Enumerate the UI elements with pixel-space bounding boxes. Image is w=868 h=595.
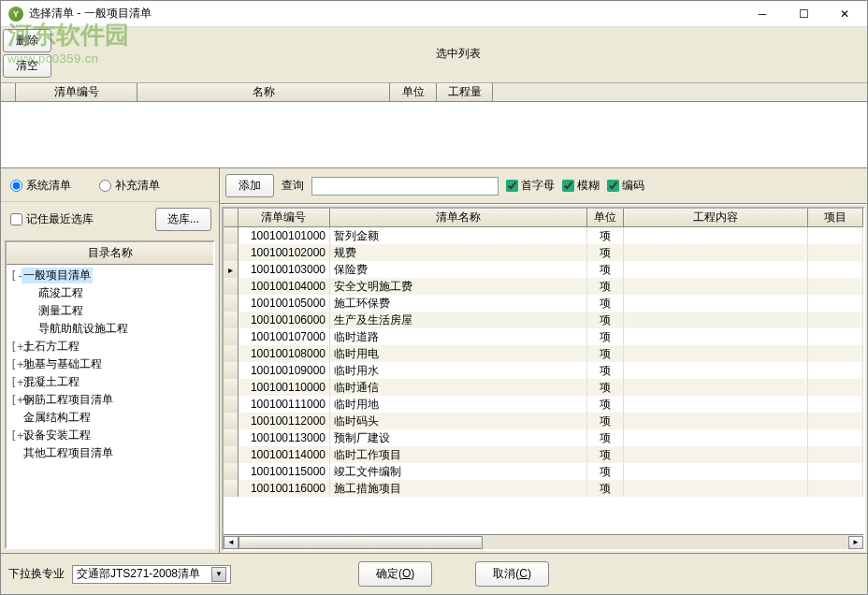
table-row[interactable]: 100100102000规费项 [224,244,863,261]
horizontal-scrollbar[interactable]: ◄ ► [224,534,863,549]
cell-proj [808,429,863,446]
col-list-unit[interactable]: 单位 [587,209,624,226]
cell-name: 暂列金额 [330,227,587,244]
select-library-button[interactable]: 选库... [155,208,211,231]
cancel-button[interactable]: 取消(C) [475,561,549,587]
minimize-button[interactable]: ─ [742,2,783,26]
dropdown-icon[interactable]: ▼ [211,567,226,582]
profession-select[interactable]: 交通部JTS271-2008清单 ▼ [72,565,231,584]
selected-list-panel: 删除 清空 选中列表 清单编号 名称 单位 工程量 [1,27,867,168]
row-indicator-icon [224,396,239,413]
cell-content [624,328,807,345]
cell-unit: 项 [587,396,624,413]
table-row[interactable]: 100100105000施工环保费项 [224,295,863,312]
table-row[interactable]: 100100115000竣工文件编制项 [224,463,863,480]
table-row[interactable]: 100100106000生产及生活房屋项 [224,312,863,328]
radio-system-list[interactable]: 系统清单 [10,178,71,194]
cell-content [624,244,807,261]
cell-unit: 项 [587,480,624,497]
table-row[interactable]: 100100116000施工措施项目项 [224,480,863,497]
add-button[interactable]: 添加 [225,174,274,197]
selected-list-title: 选中列表 [51,27,865,62]
cell-name: 临时码头 [330,413,587,429]
tree-item[interactable]: 金属结构工程 [7,409,213,427]
table-row[interactable]: 100100108000临时用电项 [224,345,863,362]
scroll-right-icon[interactable]: ► [848,536,863,549]
tree-expander-icon[interactable]: [+] [10,429,22,443]
tree-expander-icon[interactable]: [+] [10,394,22,407]
catalog-tree[interactable]: [-]一般项目清单疏浚工程测量工程导航助航设施工程[+]土石方工程[+]地基与基… [7,265,213,547]
tree-item[interactable]: 疏浚工程 [7,284,213,302]
tree-item[interactable]: 其他工程项目清单 [7,444,213,462]
tree-expander-icon[interactable]: [+] [10,358,22,371]
cell-proj [808,328,863,345]
tree-item[interactable]: [-]一般项目清单 [7,267,213,284]
row-indicator-icon [224,227,239,244]
checkbox-code[interactable]: 编码 [607,178,644,194]
cell-unit: 项 [587,429,624,446]
col-list-content[interactable]: 工程内容 [624,209,808,226]
row-indicator-icon [224,345,239,362]
cell-code: 100100109000 [239,362,330,379]
col-name[interactable]: 名称 [137,83,390,101]
table-row[interactable]: 100100109000临时用水项 [224,362,863,379]
ok-button[interactable]: 确定(O) [358,561,432,587]
tree-item[interactable]: [+]土石方工程 [7,338,213,356]
clear-button[interactable]: 清空 [3,54,51,78]
table-row[interactable]: 100100103000保险费项 [224,261,863,278]
table-row[interactable]: 100100110000临时通信项 [224,379,863,396]
table-row[interactable]: 100100101000暂列金额项 [224,227,863,244]
cell-content [624,429,807,446]
scroll-thumb[interactable] [239,536,483,549]
selected-grid-header: 清单编号 名称 单位 工程量 [1,83,867,102]
cell-proj [808,480,863,497]
col-unit[interactable]: 单位 [390,83,437,101]
tree-item[interactable]: 测量工程 [7,302,213,320]
row-indicator-icon [224,295,239,312]
radio-supplement-list[interactable]: 补充清单 [99,178,160,194]
cell-content [624,362,807,379]
profession-label: 下拉换专业 [8,566,65,582]
col-code[interactable]: 清单编号 [16,83,137,101]
table-row[interactable]: 100100113000预制厂建设项 [224,429,863,446]
row-indicator-icon [224,413,239,429]
cell-unit: 项 [587,312,624,328]
tree-expander-icon[interactable]: [+] [10,341,22,354]
checkbox-fuzzy[interactable]: 模糊 [562,178,600,194]
tree-expander-icon[interactable]: [-] [10,269,22,283]
cell-code: 100100116000 [239,480,330,497]
cell-name: 安全文明施工费 [330,278,587,295]
remember-checkbox[interactable]: 记住最近选库 [10,211,94,227]
table-row[interactable]: 100100107000临时道路项 [224,328,863,345]
checkbox-initial[interactable]: 首字母 [506,178,555,194]
table-row[interactable]: 100100111000临时用地项 [224,396,863,413]
result-grid-header: 清单编号 清单名称 单位 工程内容 项目 [224,209,863,227]
tree-item[interactable]: [+]设备安装工程 [7,427,213,444]
cell-content [624,463,807,480]
search-input[interactable] [311,177,499,196]
result-grid-body[interactable]: 100100101000暂列金额项100100102000规费项10010010… [224,227,863,534]
col-list-name[interactable]: 清单名称 [330,209,587,226]
delete-button[interactable]: 删除 [3,29,51,52]
tree-item[interactable]: [+]钢筋工程项目清单 [7,391,213,409]
cell-name: 临时用电 [330,345,587,362]
row-indicator-icon [224,446,239,463]
table-row[interactable]: 100100112000临时码头项 [224,413,863,429]
maximize-button[interactable]: ☐ [783,2,824,26]
col-list-code[interactable]: 清单编号 [239,209,330,226]
col-qty[interactable]: 工程量 [437,83,493,101]
tree-item[interactable]: [+]地基与基础工程 [7,356,213,373]
window-title: 选择清单 - 一般项目清单 [29,6,742,22]
cell-name: 临时道路 [330,328,587,345]
col-list-proj[interactable]: 项目 [808,209,863,226]
tree-expander-icon[interactable]: [+] [10,376,22,389]
table-row[interactable]: 100100114000临时工作项目项 [224,446,863,463]
selected-grid-body[interactable] [1,102,867,167]
cell-unit: 项 [587,328,624,345]
tree-item[interactable]: [+]混凝土工程 [7,373,213,391]
scroll-left-icon[interactable]: ◄ [224,536,239,549]
table-row[interactable]: 100100104000安全文明施工费项 [224,278,863,295]
tree-item[interactable]: 导航助航设施工程 [7,320,213,338]
close-button[interactable]: ✕ [824,2,865,26]
cell-content [624,396,807,413]
